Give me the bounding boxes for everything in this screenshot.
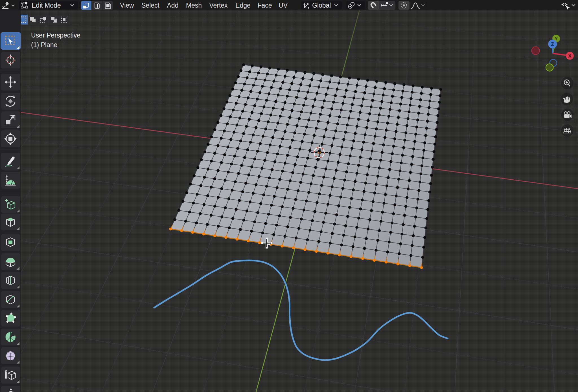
svg-text:Z: Z xyxy=(551,41,554,47)
svg-text:X: X xyxy=(568,53,572,59)
